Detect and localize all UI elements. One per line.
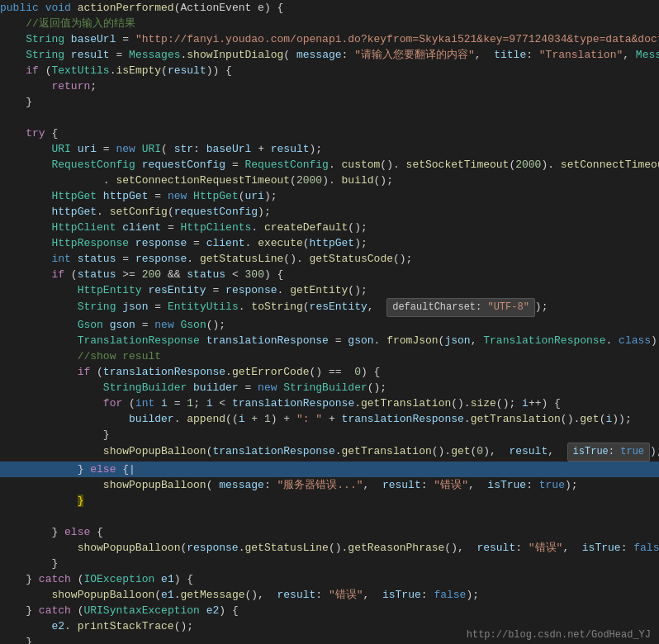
code-line-37: } catch (IOException e1) { (0, 571, 659, 587)
code-line-30: } else {| (0, 462, 659, 477)
tooltip-istrue-true: isTrue: true (567, 443, 650, 462)
code-line-11: RequestConfig requestConfig = RequestCon… (0, 157, 659, 173)
code-line-23: //show result (0, 348, 659, 364)
code-line-17: int status = response. getStatusLine(). … (0, 251, 659, 267)
code-line-28: } (0, 427, 659, 443)
code-line-4: String result = Messages.showInputDialog… (0, 47, 659, 63)
code-line-20: String json = EntityUtils. toString(resE… (0, 298, 659, 317)
code-line-10: URI uri = new URI( str: baseUrl + result… (0, 141, 659, 157)
code-line-19: HttpEntity resEntity = response. getEnti… (0, 282, 659, 298)
code-line-34: } else { (0, 524, 659, 540)
code-line-29: showPopupBalloon(translationResponse.get… (0, 443, 659, 462)
code-line-31: showPopupBalloon( message: "服务器错误...", r… (0, 477, 659, 493)
code-line-36: } (0, 556, 659, 571)
code-line-24: if (translationResponse.getErrorCode() =… (0, 364, 659, 380)
code-line-12: . setConnectionRequestTimeout(2000). bui… (0, 173, 659, 188)
code-line-6: return; (0, 78, 659, 94)
code-line-13: HttpGet httpGet = new HttpGet(uri); (0, 188, 659, 204)
code-line-1: public void actionPerformed(ActionEvent … (0, 0, 659, 16)
code-line-21: Gson gson = new Gson(); (0, 317, 659, 333)
code-line-25: StringBuilder builder = new StringBuilde… (0, 380, 659, 395)
code-line-33 (0, 509, 659, 524)
footer-url: http://blog.csdn.net/GodHead_YJ (458, 626, 659, 644)
code-editor: public void actionPerformed(ActionEvent … (0, 0, 659, 644)
code-line-35: showPopupBalloon(response.getStatusLine(… (0, 540, 659, 556)
code-line-22: TranslationResponse translationResponse … (0, 333, 659, 348)
code-line-27: builder. append((i + 1) + ": " + transla… (0, 411, 659, 427)
tooltip-defaultcharset: defaultCharset: "UTF-8" (386, 298, 535, 317)
code-line-16: HttpResponse response = client. execute(… (0, 235, 659, 251)
code-line-2: //返回值为输入的结果 (0, 16, 659, 31)
code-line-39: } catch (URISyntaxException e2) { (0, 603, 659, 618)
code-line-15: HttpClient client = HttpClients. createD… (0, 220, 659, 235)
code-line-8 (0, 110, 659, 125)
code-line-7: } (0, 94, 659, 110)
code-line-18: if (status >= 200 && status < 300) { (0, 267, 659, 282)
code-line-14: httpGet. setConfig(requestConfig); (0, 204, 659, 220)
code-line-9: try { (0, 125, 659, 141)
code-line-32: } (0, 493, 659, 509)
code-line-26: for (int i = 1; i < translationResponse.… (0, 395, 659, 411)
code-line-38: showPopupBalloon(e1.getMessage(), result… (0, 587, 659, 603)
code-line-5: if (TextUtils.isEmpty(result)) { (0, 63, 659, 78)
code-line-3: String baseUrl = "http://fanyi.youdao.co… (0, 31, 659, 47)
